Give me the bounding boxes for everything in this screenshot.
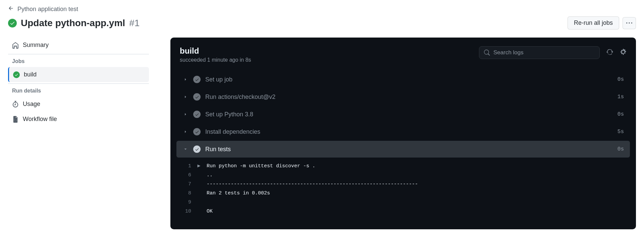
sidebar: Summary Jobs build Run details Usage Wor…: [8, 38, 149, 127]
sidebar-workflow-file-label: Workflow file: [23, 116, 57, 123]
refresh-icon[interactable]: [606, 49, 613, 57]
gear-icon[interactable]: [620, 49, 627, 57]
step-duration: 0s: [618, 76, 624, 82]
line-caret: [197, 198, 201, 207]
line-number: 6: [182, 171, 191, 180]
chevron-right-icon: [182, 95, 189, 99]
run-title: Update python-app.yml: [21, 18, 125, 28]
line-text: OK: [207, 207, 213, 216]
log-line: 7---------------------------------------…: [182, 180, 624, 189]
step-label: Set up Python 3.8: [205, 111, 613, 118]
sidebar-run-details-heading: Run details: [8, 85, 149, 97]
step-row[interactable]: Set up Python 3.80s: [176, 106, 630, 123]
step-row[interactable]: Run actions/checkout@v21s: [176, 88, 630, 105]
sidebar-usage-label: Usage: [23, 101, 40, 108]
step-success-icon: [193, 128, 201, 135]
home-icon: [12, 42, 19, 49]
title-row: Update python-app.yml #1 Re-run all jobs: [8, 16, 636, 29]
log-panel: build succeeded 1 minute ago in 8s: [170, 38, 636, 229]
chevron-down-icon: [182, 147, 189, 152]
step-duration: 0s: [618, 111, 624, 117]
step-duration: 0s: [618, 146, 624, 152]
kebab-menu-button[interactable]: [623, 17, 636, 29]
breadcrumb: Python application test: [8, 5, 636, 13]
sidebar-job-label: build: [24, 71, 37, 78]
step-label: Run actions/checkout@v2: [205, 94, 613, 101]
step-success-icon: [193, 111, 201, 118]
run-number: #1: [129, 18, 140, 28]
step-row[interactable]: Install dependencies5s: [176, 123, 630, 140]
sidebar-summary-label: Summary: [23, 42, 49, 49]
sidebar-jobs-heading: Jobs: [8, 56, 149, 67]
search-logs-input[interactable]: [493, 49, 595, 56]
step-success-icon: [193, 145, 201, 153]
rerun-all-jobs-button[interactable]: Re-run all jobs: [568, 16, 619, 29]
stopwatch-icon: [12, 101, 19, 108]
log-output: 1▶Run python -m unittest discover -s .6.…: [176, 158, 630, 219]
step-success-icon: [193, 76, 201, 83]
chevron-right-icon: [182, 77, 189, 82]
search-logs[interactable]: [479, 46, 600, 59]
line-number: 7: [182, 180, 191, 189]
log-line: 10OK: [182, 207, 624, 216]
chevron-right-icon: [182, 112, 189, 117]
log-line: 6..: [182, 171, 624, 180]
steps-list: Set up job0sRun actions/checkout@v21sSet…: [176, 71, 630, 158]
step-duration: 1s: [618, 94, 624, 100]
sidebar-usage[interactable]: Usage: [8, 97, 149, 112]
line-text: ----------------------------------------…: [207, 180, 418, 189]
sidebar-workflow-file[interactable]: Workflow file: [8, 112, 149, 127]
sidebar-summary[interactable]: Summary: [8, 38, 149, 53]
step-row[interactable]: Run tests0s: [176, 141, 630, 158]
log-line: 9: [182, 198, 624, 207]
status-success-icon: [8, 19, 17, 27]
step-duration: 5s: [618, 129, 624, 135]
line-caret: [197, 207, 201, 216]
back-arrow-icon[interactable]: [8, 5, 14, 13]
breadcrumb-workflow-name[interactable]: Python application test: [17, 6, 78, 13]
step-label: Install dependencies: [205, 128, 613, 135]
line-number: 8: [182, 189, 191, 198]
sidebar-job-build[interactable]: build: [8, 67, 149, 82]
line-caret: [197, 171, 201, 180]
line-text: Ran 2 tests in 0.002s: [207, 189, 270, 198]
log-line: 8Ran 2 tests in 0.002s: [182, 189, 624, 198]
line-caret: [197, 189, 201, 198]
line-caret[interactable]: ▶: [197, 162, 201, 171]
job-title: build: [180, 46, 251, 56]
chevron-right-icon: [182, 129, 189, 134]
line-number: 9: [182, 198, 191, 207]
log-line: 1▶Run python -m unittest discover -s .: [182, 162, 624, 171]
line-text: ..: [207, 171, 213, 180]
step-label: Run tests: [205, 146, 613, 153]
line-caret: [197, 180, 201, 189]
job-subtitle: succeeded 1 minute ago in 8s: [180, 57, 251, 63]
line-number: 10: [182, 207, 191, 216]
line-text: Run python -m unittest discover -s .: [207, 162, 315, 171]
step-label: Set up job: [205, 76, 613, 83]
step-row[interactable]: Set up job0s: [176, 71, 630, 88]
step-success-icon: [193, 93, 201, 101]
file-code-icon: [12, 116, 19, 123]
search-icon: [484, 50, 490, 56]
job-success-icon: [13, 71, 20, 78]
line-number: 1: [182, 162, 191, 171]
